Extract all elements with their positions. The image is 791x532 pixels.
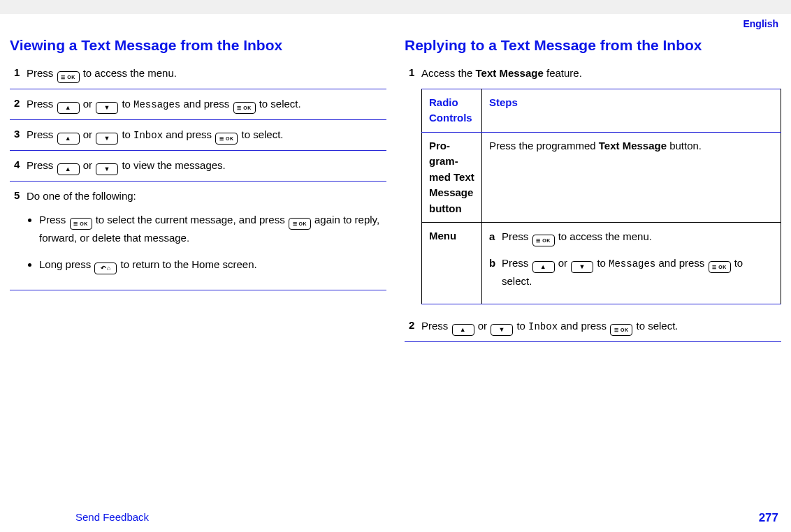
- step-number: 1: [405, 66, 421, 304]
- ok-button-icon: [70, 218, 92, 230]
- text: and press: [560, 320, 609, 332]
- ok-button-icon: [233, 102, 256, 114]
- sub-step-a: a Press to access the menu.: [489, 228, 774, 246]
- text: Press: [502, 257, 532, 269]
- bold-text: Text Mes­sage: [599, 140, 667, 152]
- sub-bullets: Press to select the current message, and…: [27, 212, 386, 274]
- right-step-2: 2 Press or to Inbox and press to select.: [405, 318, 781, 342]
- text: or: [478, 320, 491, 332]
- text: or: [558, 257, 571, 269]
- text: to return to the Home screen.: [121, 258, 257, 270]
- ok-button-icon: [289, 218, 311, 230]
- text: Long press: [39, 258, 94, 270]
- text: to select.: [259, 98, 301, 110]
- bold-text: Menu: [429, 230, 456, 242]
- up-button-icon: [532, 261, 555, 273]
- left-step-5: 5 Do one of the following: Press to sele…: [10, 189, 386, 290]
- text: to select.: [241, 128, 283, 140]
- text: feature.: [544, 67, 582, 79]
- menu-path-inbox: Inbox: [528, 321, 558, 332]
- ok-button-icon: [57, 71, 80, 83]
- step-number: 1: [10, 66, 27, 83]
- sub-letter: b: [489, 255, 502, 289]
- text: to access the menu.: [558, 230, 652, 242]
- cell-steps: Press the programmed Text Mes­sage butto…: [482, 132, 781, 223]
- language-label: English: [0, 14, 791, 29]
- left-step-1: 1 Press to access the menu.: [10, 66, 386, 89]
- ok-button-icon: [610, 324, 632, 336]
- text: and press: [658, 257, 707, 269]
- top-spacer: [0, 0, 791, 14]
- up-button-icon: [57, 133, 80, 145]
- text: Press: [421, 320, 451, 332]
- text: to select.: [636, 320, 678, 332]
- step-body: Press or to Inbox and press to select.: [27, 127, 386, 145]
- right-heading: Replying to a Text Message from the Inbo…: [405, 36, 781, 54]
- table-header-steps: Steps: [482, 89, 781, 132]
- down-button-icon: [491, 324, 513, 336]
- bold-text: Text Message: [476, 67, 544, 79]
- table-header-radio-controls: Radio Controls: [422, 89, 482, 132]
- down-button-icon: [96, 163, 118, 175]
- text: Press: [27, 67, 57, 79]
- table-row: Pro­gram­med Text Message button Press t…: [422, 132, 781, 223]
- up-button-icon: [57, 163, 80, 175]
- text: Press: [27, 128, 57, 140]
- text: to view the messages.: [122, 159, 225, 171]
- text: to: [122, 128, 133, 140]
- page-number: 277: [759, 511, 778, 525]
- left-step-3: 3 Press or to Inbox and press to select.: [10, 127, 386, 151]
- step-body: Press or to Inbox and press to select.: [421, 318, 781, 336]
- bullet-item: Press to select the current message, and…: [39, 212, 386, 246]
- left-step-4: 4 Press or to view the messages.: [10, 158, 386, 182]
- down-button-icon: [96, 102, 118, 114]
- right-step-1: 1 Access the Text Message feature. Radio…: [405, 66, 781, 309]
- sub-steps: a Press to access the menu. b: [489, 228, 774, 289]
- step-body: Press to access the menu.: [27, 66, 386, 83]
- send-feedback-link[interactable]: Send Feedback: [75, 511, 149, 525]
- main-content: Viewing a Text Message from the Inbox 1 …: [0, 29, 791, 349]
- text: or: [83, 98, 96, 110]
- left-step-2: 2 Press or to Messages and press to sele…: [10, 96, 386, 120]
- ok-button-icon: [709, 261, 731, 273]
- bold-text: Pro­gram­med Text Message button: [429, 140, 474, 214]
- text: and press: [183, 98, 232, 110]
- ok-button-icon: [215, 133, 238, 145]
- bullet-item: Long press to return to the Home screen.: [39, 256, 386, 274]
- text: to: [122, 98, 133, 110]
- radio-controls-table: Radio Controls Steps Pro­gram­med Text M…: [421, 89, 781, 304]
- step-body: Do one of the following: Press to select…: [27, 189, 386, 284]
- step-number: 5: [10, 189, 27, 284]
- table-row: Menu a Press to access the menu.: [422, 223, 781, 304]
- menu-path-messages: Messages: [133, 99, 180, 110]
- right-column: Replying to a Text Message from the Inbo…: [405, 34, 781, 349]
- step-body: Access the Text Message feature. Radio C…: [421, 66, 781, 304]
- text: to: [597, 257, 609, 269]
- sub-letter: a: [489, 228, 502, 246]
- text: Press the programmed: [489, 140, 599, 152]
- cell-steps: a Press to access the menu. b: [482, 223, 781, 304]
- text: Press: [502, 230, 532, 242]
- home-button-icon: [94, 263, 117, 274]
- text: and press: [166, 128, 215, 140]
- text: or: [83, 159, 96, 171]
- sub-text: Press to access the menu.: [502, 228, 774, 246]
- step-number: 4: [10, 158, 27, 175]
- text: button.: [667, 140, 702, 152]
- cell-control: Menu: [422, 223, 482, 304]
- text: Access the: [421, 67, 476, 79]
- sub-text: Press or to Messag­es and press: [502, 255, 774, 289]
- menu-path-inbox: Inbox: [133, 130, 163, 141]
- left-column: Viewing a Text Message from the Inbox 1 …: [10, 34, 386, 349]
- text: to: [516, 320, 528, 332]
- down-button-icon: [571, 261, 593, 273]
- up-button-icon: [452, 324, 474, 336]
- down-button-icon: [96, 133, 118, 145]
- footer: Send Feedback 277: [0, 511, 791, 525]
- step-number: 2: [10, 96, 27, 114]
- menu-path-messages: Messag­es: [609, 258, 655, 269]
- text: Do one of the following:: [27, 190, 136, 202]
- up-button-icon: [57, 102, 80, 114]
- step-body: Press or to Messages and press to select…: [27, 96, 386, 114]
- text: to select the current message, and press: [96, 214, 288, 226]
